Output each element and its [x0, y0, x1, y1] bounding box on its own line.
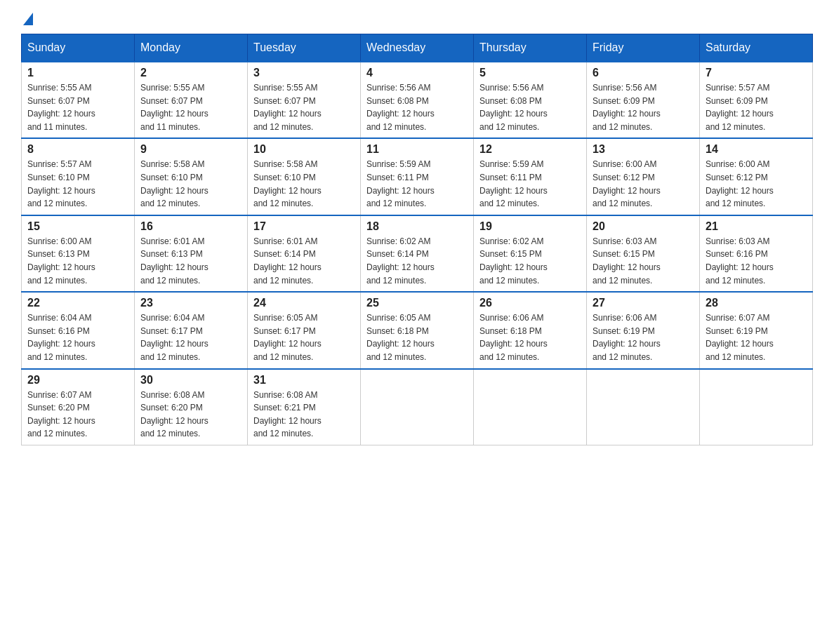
day-of-week-header: Thursday — [474, 34, 587, 62]
day-info: Sunrise: 5:56 AMSunset: 6:08 PMDaylight:… — [479, 81, 581, 133]
day-info: Sunrise: 6:03 AMSunset: 6:15 PMDaylight:… — [593, 235, 694, 287]
calendar-week-row: 15Sunrise: 6:00 AMSunset: 6:13 PMDayligh… — [22, 215, 813, 292]
calendar-day-cell: 31Sunrise: 6:08 AMSunset: 6:21 PMDayligh… — [248, 369, 361, 445]
day-of-week-header: Saturday — [700, 34, 813, 62]
day-info: Sunrise: 5:55 AMSunset: 6:07 PMDaylight:… — [27, 81, 128, 133]
calendar-day-cell: 21Sunrise: 6:03 AMSunset: 6:16 PMDayligh… — [700, 215, 813, 292]
day-number: 18 — [366, 220, 468, 233]
day-number: 23 — [140, 297, 241, 309]
calendar-day-cell: 8Sunrise: 5:57 AMSunset: 6:10 PMDaylight… — [22, 138, 135, 215]
calendar-day-cell: 28Sunrise: 6:07 AMSunset: 6:19 PMDayligh… — [700, 292, 813, 368]
calendar-day-cell: 9Sunrise: 5:58 AMSunset: 6:10 PMDaylight… — [135, 138, 248, 215]
day-of-week-header: Friday — [587, 34, 700, 62]
day-info: Sunrise: 6:01 AMSunset: 6:13 PMDaylight:… — [140, 235, 241, 287]
day-number: 28 — [706, 297, 807, 309]
day-info: Sunrise: 6:06 AMSunset: 6:18 PMDaylight:… — [479, 311, 581, 363]
day-info: Sunrise: 5:58 AMSunset: 6:10 PMDaylight:… — [253, 158, 355, 210]
calendar-week-row: 1Sunrise: 5:55 AMSunset: 6:07 PMDaylight… — [22, 62, 813, 138]
calendar-day-cell: 18Sunrise: 6:02 AMSunset: 6:14 PMDayligh… — [361, 215, 474, 292]
day-number: 30 — [140, 374, 241, 387]
calendar-table: SundayMondayTuesdayWednesdayThursdayFrid… — [21, 34, 813, 445]
calendar-day-cell: 13Sunrise: 6:00 AMSunset: 6:12 PMDayligh… — [587, 138, 700, 215]
day-info: Sunrise: 5:55 AMSunset: 6:07 PMDaylight:… — [140, 81, 241, 133]
day-info: Sunrise: 6:05 AMSunset: 6:18 PMDaylight:… — [366, 311, 468, 363]
day-number: 24 — [253, 297, 355, 309]
day-number: 16 — [140, 220, 241, 233]
calendar-day-cell: 17Sunrise: 6:01 AMSunset: 6:14 PMDayligh… — [248, 215, 361, 292]
day-info: Sunrise: 5:57 AMSunset: 6:09 PMDaylight:… — [706, 81, 807, 133]
day-number: 1 — [27, 67, 128, 79]
day-number: 9 — [140, 143, 241, 156]
day-info: Sunrise: 5:55 AMSunset: 6:07 PMDaylight:… — [253, 81, 355, 133]
day-info: Sunrise: 6:02 AMSunset: 6:15 PMDaylight:… — [479, 235, 581, 287]
day-number: 14 — [706, 143, 807, 156]
calendar-day-cell: 7Sunrise: 5:57 AMSunset: 6:09 PMDaylight… — [700, 62, 813, 138]
calendar-day-cell: 6Sunrise: 5:56 AMSunset: 6:09 PMDaylight… — [587, 62, 700, 138]
day-number: 6 — [593, 67, 694, 79]
page-header — [21, 14, 813, 27]
calendar-day-cell: 24Sunrise: 6:05 AMSunset: 6:17 PMDayligh… — [248, 292, 361, 368]
day-number: 26 — [479, 297, 581, 309]
day-number: 25 — [366, 297, 468, 309]
calendar-week-row: 22Sunrise: 6:04 AMSunset: 6:16 PMDayligh… — [22, 292, 813, 368]
day-info: Sunrise: 5:59 AMSunset: 6:11 PMDaylight:… — [479, 158, 581, 210]
calendar-day-cell: 25Sunrise: 6:05 AMSunset: 6:18 PMDayligh… — [361, 292, 474, 368]
logo-triangle-icon — [23, 13, 33, 25]
calendar-day-cell: 16Sunrise: 6:01 AMSunset: 6:13 PMDayligh… — [135, 215, 248, 292]
day-number: 7 — [706, 67, 807, 79]
day-number: 22 — [27, 297, 128, 309]
day-info: Sunrise: 6:00 AMSunset: 6:13 PMDaylight:… — [27, 235, 128, 287]
day-info: Sunrise: 6:08 AMSunset: 6:21 PMDaylight:… — [253, 389, 355, 441]
calendar-week-row: 8Sunrise: 5:57 AMSunset: 6:10 PMDaylight… — [22, 138, 813, 215]
calendar-day-cell: 20Sunrise: 6:03 AMSunset: 6:15 PMDayligh… — [587, 215, 700, 292]
day-info: Sunrise: 6:01 AMSunset: 6:14 PMDaylight:… — [253, 235, 355, 287]
day-number: 15 — [27, 220, 128, 233]
day-info: Sunrise: 6:07 AMSunset: 6:19 PMDaylight:… — [706, 311, 807, 363]
day-info: Sunrise: 6:03 AMSunset: 6:16 PMDaylight:… — [706, 235, 807, 287]
calendar-day-cell: 22Sunrise: 6:04 AMSunset: 6:16 PMDayligh… — [22, 292, 135, 368]
calendar-week-row: 29Sunrise: 6:07 AMSunset: 6:20 PMDayligh… — [22, 369, 813, 445]
calendar-day-cell: 3Sunrise: 5:55 AMSunset: 6:07 PMDaylight… — [248, 62, 361, 138]
calendar-day-cell: 12Sunrise: 5:59 AMSunset: 6:11 PMDayligh… — [474, 138, 587, 215]
day-info: Sunrise: 6:00 AMSunset: 6:12 PMDaylight:… — [706, 158, 807, 210]
day-info: Sunrise: 5:56 AMSunset: 6:09 PMDaylight:… — [593, 81, 694, 133]
day-info: Sunrise: 6:02 AMSunset: 6:14 PMDaylight:… — [366, 235, 468, 287]
calendar-day-cell — [361, 369, 474, 445]
day-number: 21 — [706, 220, 807, 233]
calendar-day-cell — [474, 369, 587, 445]
calendar-day-cell: 30Sunrise: 6:08 AMSunset: 6:20 PMDayligh… — [135, 369, 248, 445]
calendar-day-cell: 4Sunrise: 5:56 AMSunset: 6:08 PMDaylight… — [361, 62, 474, 138]
calendar-day-cell — [587, 369, 700, 445]
calendar-day-cell: 14Sunrise: 6:00 AMSunset: 6:12 PMDayligh… — [700, 138, 813, 215]
day-number: 4 — [366, 67, 468, 79]
day-info: Sunrise: 5:58 AMSunset: 6:10 PMDaylight:… — [140, 158, 241, 210]
calendar-day-cell: 1Sunrise: 5:55 AMSunset: 6:07 PMDaylight… — [22, 62, 135, 138]
day-info: Sunrise: 6:07 AMSunset: 6:20 PMDaylight:… — [27, 389, 128, 441]
calendar-day-cell: 5Sunrise: 5:56 AMSunset: 6:08 PMDaylight… — [474, 62, 587, 138]
day-number: 29 — [27, 374, 128, 387]
day-number: 2 — [140, 67, 241, 79]
calendar-day-cell: 15Sunrise: 6:00 AMSunset: 6:13 PMDayligh… — [22, 215, 135, 292]
calendar-day-cell: 10Sunrise: 5:58 AMSunset: 6:10 PMDayligh… — [248, 138, 361, 215]
day-info: Sunrise: 6:00 AMSunset: 6:12 PMDaylight:… — [593, 158, 694, 210]
day-of-week-header: Monday — [135, 34, 248, 62]
day-number: 8 — [27, 143, 128, 156]
day-number: 31 — [253, 374, 355, 387]
day-number: 19 — [479, 220, 581, 233]
day-info: Sunrise: 6:04 AMSunset: 6:17 PMDaylight:… — [140, 311, 241, 363]
calendar-day-cell: 27Sunrise: 6:06 AMSunset: 6:19 PMDayligh… — [587, 292, 700, 368]
calendar-day-cell: 19Sunrise: 6:02 AMSunset: 6:15 PMDayligh… — [474, 215, 587, 292]
day-info: Sunrise: 5:56 AMSunset: 6:08 PMDaylight:… — [366, 81, 468, 133]
day-info: Sunrise: 6:04 AMSunset: 6:16 PMDaylight:… — [27, 311, 128, 363]
day-of-week-header: Sunday — [22, 34, 135, 62]
day-number: 5 — [479, 67, 581, 79]
day-info: Sunrise: 6:08 AMSunset: 6:20 PMDaylight:… — [140, 389, 241, 441]
day-number: 27 — [593, 297, 694, 309]
day-info: Sunrise: 5:57 AMSunset: 6:10 PMDaylight:… — [27, 158, 128, 210]
calendar-day-cell: 11Sunrise: 5:59 AMSunset: 6:11 PMDayligh… — [361, 138, 474, 215]
day-of-week-header: Tuesday — [248, 34, 361, 62]
calendar-day-cell: 23Sunrise: 6:04 AMSunset: 6:17 PMDayligh… — [135, 292, 248, 368]
day-info: Sunrise: 6:05 AMSunset: 6:17 PMDaylight:… — [253, 311, 355, 363]
day-info: Sunrise: 6:06 AMSunset: 6:19 PMDaylight:… — [593, 311, 694, 363]
day-info: Sunrise: 5:59 AMSunset: 6:11 PMDaylight:… — [366, 158, 468, 210]
